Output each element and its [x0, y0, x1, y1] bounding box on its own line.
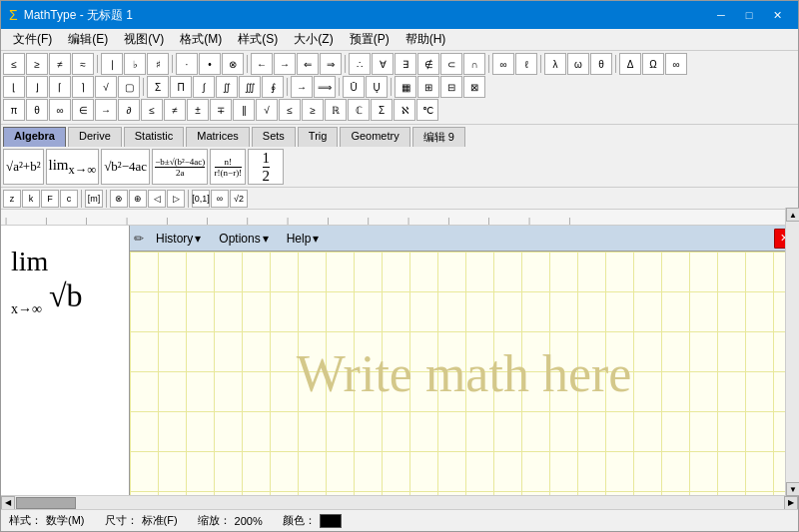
- sym-oint[interactable]: ∮: [262, 76, 284, 98]
- sym-omega[interactable]: ω: [567, 53, 589, 75]
- sym-floor-r[interactable]: ⌋: [26, 76, 48, 98]
- menu-view[interactable]: 视图(V): [116, 29, 172, 50]
- sym-floor-l[interactable]: ⌊: [3, 76, 25, 98]
- tmpl-radical2[interactable]: √b²−4ac: [101, 149, 150, 185]
- minimize-button[interactable]: ─: [708, 5, 734, 25]
- sym-theta2[interactable]: θ: [26, 99, 48, 121]
- sym-cdot[interactable]: ·: [176, 53, 198, 75]
- small-btn-F[interactable]: F: [41, 190, 59, 208]
- tab-geometry[interactable]: Geometry: [340, 127, 409, 147]
- sym-ge2[interactable]: ≥: [302, 99, 324, 121]
- small-btn-infty[interactable]: ∞: [211, 190, 229, 208]
- tmpl-quadratic[interactable]: −b±√(b²−4ac)2a: [152, 149, 208, 185]
- sym-boxminus[interactable]: ⊟: [440, 76, 462, 98]
- sym-int[interactable]: ∫: [193, 76, 215, 98]
- sym-exists[interactable]: ∃: [395, 53, 416, 75]
- sym-infty2[interactable]: ∞: [665, 53, 687, 75]
- sym-dotted[interactable]: ▦: [395, 76, 416, 98]
- h-scroll-right[interactable]: ▶: [784, 496, 798, 510]
- sym-leq[interactable]: ≤: [3, 53, 25, 75]
- sym-sqrt[interactable]: √: [95, 76, 117, 98]
- sym-vec[interactable]: →: [291, 76, 313, 98]
- sym-pi[interactable]: Π: [170, 76, 192, 98]
- sym-ceil-l[interactable]: ⌈: [49, 76, 71, 98]
- small-btn-z[interactable]: z: [3, 190, 21, 208]
- sym-boxplus[interactable]: ⊞: [417, 76, 439, 98]
- main-scroll-down[interactable]: ▼: [786, 482, 799, 496]
- tmpl-radical1[interactable]: √a²+b²: [3, 149, 44, 185]
- small-btn-oplus[interactable]: ⊕: [129, 190, 147, 208]
- sym-Rarr[interactable]: ⇒: [320, 53, 342, 75]
- sym-approx[interactable]: ≈: [72, 53, 94, 75]
- small-btn-triLeft[interactable]: ◁: [148, 190, 166, 208]
- small-btn-triRight[interactable]: ▷: [167, 190, 185, 208]
- tmpl-combination[interactable]: n!r!(n−r)!: [210, 149, 246, 185]
- sym-ne[interactable]: ≠: [164, 99, 186, 121]
- small-btn-m[interactable]: [m]: [85, 190, 103, 208]
- tmpl-fraction[interactable]: 12: [248, 149, 284, 185]
- sym-pi2[interactable]: π: [3, 99, 25, 121]
- sym-C[interactable]: ℂ: [348, 99, 370, 121]
- tab-algebra[interactable]: Algebra: [3, 127, 66, 147]
- sym-subset[interactable]: ⊂: [440, 53, 462, 75]
- sym-iint[interactable]: ∬: [216, 76, 238, 98]
- sym-aleph[interactable]: ℵ: [394, 99, 415, 121]
- sym-R[interactable]: ℝ: [325, 99, 347, 121]
- maximize-button[interactable]: □: [736, 5, 762, 25]
- small-btn-otimes[interactable]: ⊗: [110, 190, 128, 208]
- tab-edit9[interactable]: 编辑 9: [412, 127, 465, 147]
- sym-boxtimes[interactable]: ⊠: [463, 76, 485, 98]
- menu-edit[interactable]: 编辑(E): [60, 29, 116, 50]
- tab-sets[interactable]: Sets: [252, 127, 296, 147]
- small-btn-c[interactable]: c: [60, 190, 78, 208]
- sym-u-ogonek[interactable]: Ų: [366, 76, 388, 98]
- sym-pipe[interactable]: ∣: [101, 53, 123, 75]
- sym-larr[interactable]: ←: [251, 53, 273, 75]
- sym-notin[interactable]: ∉: [417, 53, 439, 75]
- sym-ubar[interactable]: Ū: [343, 76, 365, 98]
- sym-Sigma[interactable]: Σ: [371, 99, 393, 121]
- sym-mp[interactable]: ∓: [210, 99, 232, 121]
- sym-in[interactable]: ∈: [72, 99, 94, 121]
- sym-Omega[interactable]: Ω: [642, 53, 664, 75]
- sym-pm[interactable]: ±: [187, 99, 209, 121]
- panel-menu-history[interactable]: History ▾: [148, 230, 209, 248]
- main-scroll-up[interactable]: ▲: [786, 208, 799, 222]
- sym-double-arr[interactable]: ⟹: [314, 76, 336, 98]
- panel-menu-help[interactable]: Help ▾: [279, 230, 328, 248]
- sym-geq[interactable]: ≥: [26, 53, 48, 75]
- menu-size[interactable]: 大小(Z): [286, 29, 341, 50]
- sym-theta[interactable]: θ: [590, 53, 612, 75]
- writing-area[interactable]: Write math here: [130, 252, 798, 495]
- sym-therefore[interactable]: ∴: [349, 53, 371, 75]
- sym-rarr[interactable]: →: [274, 53, 296, 75]
- sym-le[interactable]: ≤: [141, 99, 163, 121]
- tab-trig[interactable]: Trig: [298, 127, 339, 147]
- menu-format[interactable]: 格式(M): [172, 29, 230, 50]
- h-scroll-track[interactable]: [15, 496, 784, 510]
- sym-infty[interactable]: ∞: [492, 53, 514, 75]
- sym-celsius[interactable]: ℃: [416, 99, 438, 121]
- sym-norm[interactable]: ‖: [233, 99, 255, 121]
- sym-Delta[interactable]: Δ: [619, 53, 641, 75]
- sym-le2[interactable]: ≤: [279, 99, 301, 121]
- sym-arr[interactable]: →: [95, 99, 117, 121]
- tab-statistic[interactable]: Statistic: [124, 127, 185, 147]
- sym-lambda[interactable]: λ: [544, 53, 566, 75]
- sym-infty3[interactable]: ∞: [49, 99, 71, 121]
- tmpl-limit[interactable]: limx→∞: [46, 149, 100, 185]
- main-scroll-track[interactable]: [786, 222, 799, 482]
- sym-bullet[interactable]: •: [199, 53, 221, 75]
- sym-iiint[interactable]: ∭: [239, 76, 261, 98]
- small-btn-k[interactable]: k: [22, 190, 40, 208]
- menu-style[interactable]: 样式(S): [230, 29, 286, 50]
- sym-sigma[interactable]: Σ: [147, 76, 169, 98]
- sym-ell[interactable]: ℓ: [515, 53, 537, 75]
- h-scroll-thumb[interactable]: [16, 497, 76, 509]
- h-scroll-left[interactable]: ◀: [1, 496, 15, 510]
- small-btn-sqrt2[interactable]: √2: [230, 190, 248, 208]
- sym-sharp[interactable]: ♯: [147, 53, 169, 75]
- sym-neq[interactable]: ≠: [49, 53, 71, 75]
- menu-preset[interactable]: 预置(P): [342, 29, 398, 50]
- sym-forall[interactable]: ∀: [372, 53, 394, 75]
